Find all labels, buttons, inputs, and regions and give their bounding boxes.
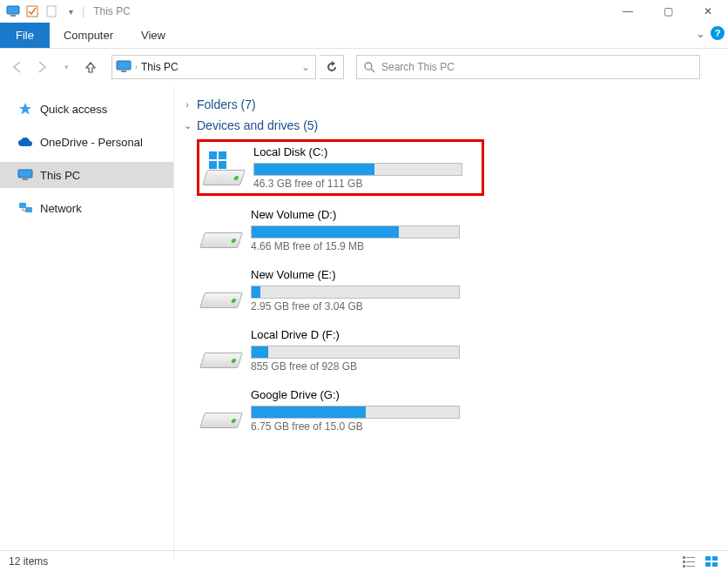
group-drives[interactable]: ⌄ Devices and drives (5) xyxy=(181,118,725,132)
svg-rect-15 xyxy=(219,151,226,159)
window-title: This PC xyxy=(93,5,131,17)
drive-usage-bar xyxy=(251,346,460,359)
drive-usage-bar xyxy=(251,286,460,299)
search-placeholder: Search This PC xyxy=(381,61,455,73)
svg-rect-8 xyxy=(18,170,32,178)
sidebar-item-this-pc[interactable]: This PC xyxy=(0,162,173,188)
svg-rect-27 xyxy=(712,562,718,567)
network-icon xyxy=(17,201,33,215)
qat-dropdown-icon[interactable]: ▾ xyxy=(63,3,78,19)
svg-rect-9 xyxy=(23,178,28,180)
drive-free-text: 4.66 MB free of 15.9 MB xyxy=(251,240,481,252)
pc-small-icon xyxy=(5,3,21,19)
svg-rect-0 xyxy=(7,6,19,14)
drive-icon xyxy=(200,393,242,428)
svg-rect-16 xyxy=(209,161,217,169)
help-icon[interactable]: ? xyxy=(711,26,725,40)
search-box[interactable]: Search This PC xyxy=(356,55,700,79)
svg-rect-23 xyxy=(686,566,695,567)
drive-icon xyxy=(200,333,242,368)
svg-rect-22 xyxy=(683,565,685,568)
minimize-button[interactable]: — xyxy=(608,0,648,23)
svg-rect-21 xyxy=(686,561,695,562)
star-icon xyxy=(17,102,33,116)
pc-icon xyxy=(114,57,133,77)
details-view-button[interactable] xyxy=(679,554,698,569)
tiles-view-button[interactable] xyxy=(702,554,721,569)
svg-rect-3 xyxy=(47,6,56,17)
svg-rect-2 xyxy=(27,6,37,17)
svg-line-7 xyxy=(371,69,374,72)
drive-item[interactable]: Local Drive D (F:)855 GB free of 928 GB xyxy=(197,325,484,376)
group-folders[interactable]: › Folders (7) xyxy=(181,97,725,111)
drive-usage-bar xyxy=(251,406,460,419)
tab-view[interactable]: View xyxy=(127,23,179,48)
svg-rect-24 xyxy=(705,556,711,561)
content-pane: › Folders (7) ⌄ Devices and drives (5) L… xyxy=(174,85,728,560)
status-bar: 12 items xyxy=(0,550,728,571)
sidebar-item-network[interactable]: Network xyxy=(0,195,173,221)
nav-bar: ▾ › This PC ⌄ Search This PC xyxy=(0,49,728,85)
drive-free-text: 46.3 GB free of 111 GB xyxy=(253,178,478,190)
windows-logo-icon xyxy=(208,151,227,170)
svg-rect-26 xyxy=(705,562,711,567)
drive-icon xyxy=(200,273,242,308)
drive-name: New Volume (E:) xyxy=(251,268,481,281)
drive-item[interactable]: Local Disk (C:)46.3 GB free of 111 GB xyxy=(197,139,484,196)
separator: | xyxy=(82,5,84,17)
pc-icon xyxy=(17,168,33,182)
svg-rect-10 xyxy=(19,203,26,208)
tab-file[interactable]: File xyxy=(0,23,50,48)
svg-rect-20 xyxy=(683,561,685,563)
drive-item[interactable]: New Volume (E:)2.95 GB free of 3.04 GB xyxy=(197,265,484,316)
drive-item[interactable]: Google Drive (G:)6.75 GB free of 15.0 GB xyxy=(197,385,484,436)
svg-rect-4 xyxy=(117,61,131,70)
address-current[interactable]: This PC xyxy=(139,61,296,73)
chevron-right-icon[interactable]: › xyxy=(181,99,193,110)
sidebar-item-quick-access[interactable]: Quick access xyxy=(0,96,173,122)
quick-access-toolbar: ▾ | This PC xyxy=(5,3,131,19)
navigation-pane: Quick access OneDrive - Personal This PC… xyxy=(0,85,174,560)
ribbon-expand-icon[interactable]: ⌄ xyxy=(696,27,705,40)
up-button[interactable] xyxy=(80,57,101,77)
title-bar: ▾ | This PC — ▢ ✕ xyxy=(0,0,728,23)
sidebar-item-label: Quick access xyxy=(40,103,107,116)
svg-rect-19 xyxy=(686,557,695,558)
svg-rect-18 xyxy=(683,556,685,559)
svg-rect-14 xyxy=(209,151,217,159)
cloud-icon xyxy=(17,135,33,149)
sidebar-item-label: OneDrive - Personal xyxy=(40,136,143,149)
drive-usage-bar xyxy=(253,163,462,176)
back-button[interactable] xyxy=(7,57,28,77)
drive-icon xyxy=(203,151,245,185)
svg-rect-17 xyxy=(219,161,226,169)
drive-free-text: 6.75 GB free of 15.0 GB xyxy=(251,420,481,433)
drive-name: New Volume (D:) xyxy=(251,208,481,221)
drive-name: Local Drive D (F:) xyxy=(251,328,481,341)
maximize-button[interactable]: ▢ xyxy=(648,0,688,23)
chevron-down-icon[interactable]: ⌄ xyxy=(181,120,193,131)
properties-qat-icon[interactable] xyxy=(24,3,40,19)
refresh-button[interactable] xyxy=(320,55,344,79)
sidebar-item-label: This PC xyxy=(40,169,80,182)
sidebar-item-onedrive[interactable]: OneDrive - Personal xyxy=(0,129,173,155)
status-item-count: 12 items xyxy=(9,555,48,568)
tab-computer[interactable]: Computer xyxy=(50,23,127,48)
drive-free-text: 2.95 GB free of 3.04 GB xyxy=(251,300,481,312)
svg-point-6 xyxy=(365,63,372,70)
forward-button[interactable] xyxy=(31,57,52,77)
group-folders-label: Folders (7) xyxy=(197,97,256,111)
ribbon-tabs: File Computer View ⌄ ? xyxy=(0,23,728,49)
address-dropdown-icon[interactable]: ⌄ xyxy=(296,61,315,73)
recent-dropdown-icon[interactable]: ▾ xyxy=(56,57,77,77)
drive-name: Google Drive (G:) xyxy=(251,388,481,401)
svg-rect-11 xyxy=(25,207,32,212)
svg-rect-1 xyxy=(10,15,16,17)
drive-item[interactable]: New Volume (D:)4.66 MB free of 15.9 MB xyxy=(197,205,484,256)
drive-free-text: 855 GB free of 928 GB xyxy=(251,360,481,373)
blank-doc-icon[interactable] xyxy=(44,3,59,19)
address-bar[interactable]: › This PC ⌄ xyxy=(111,55,316,79)
chevron-right-icon[interactable]: › xyxy=(135,63,138,71)
close-button[interactable]: ✕ xyxy=(688,0,728,23)
drive-icon xyxy=(200,213,242,248)
